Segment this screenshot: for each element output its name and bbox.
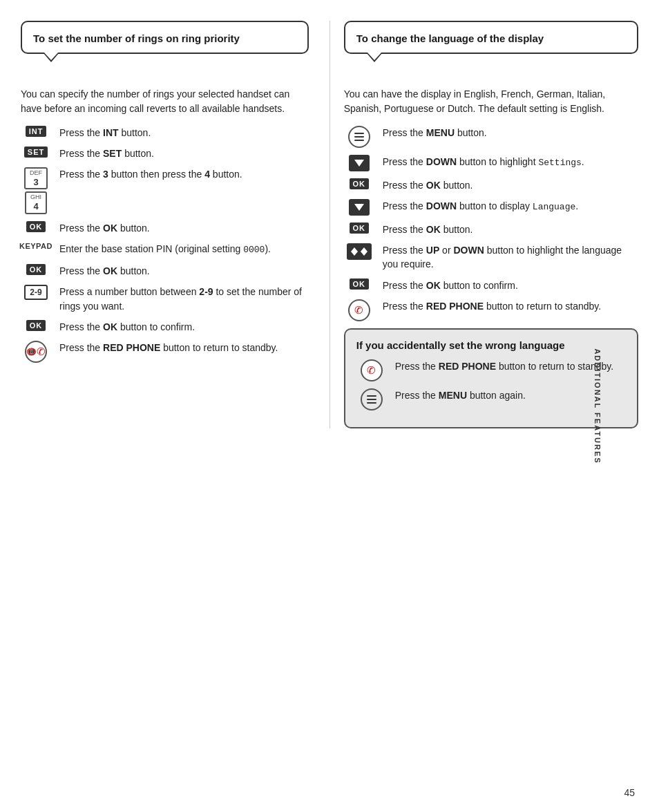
hl-redphone-glyph: ✆ [367, 364, 376, 377]
step-menu-1-text: Press the MENU button. [383, 126, 638, 140]
down-settings-icon [344, 155, 374, 171]
menu-line-2 [354, 136, 364, 138]
step-redphone-right-text: Press the RED PHONE button to return to … [383, 299, 638, 313]
int-icon: INT [21, 126, 51, 137]
ghi4-button-icon: GHI 4 [25, 191, 47, 214]
left-intro-text: You can specify the number of rings your… [21, 87, 309, 116]
down-language-svg [354, 202, 365, 212]
step-ok-1-text: Press the OK button. [59, 221, 309, 235]
okr3-button-icon: OK [350, 278, 370, 290]
ok1-button-icon: OK [26, 221, 46, 232]
step-int: INT Press the INT button. [21, 126, 309, 140]
step-redphone-right: ✆ Press the RED PHONE button to return t… [344, 299, 638, 321]
ok3-icon: OK [21, 320, 51, 331]
int-button-icon: INT [26, 126, 47, 137]
updown-icon [344, 243, 374, 260]
redphone-left-icon-circle: 📵 ✆ [25, 341, 47, 363]
step-redphone-left-text: Press the RED PHONE button to return to … [59, 341, 309, 355]
btn29-button-icon: 2-9 [24, 285, 47, 300]
highlight-box-title: If you accidentally set the wrong langua… [356, 339, 626, 351]
step-down-language-text: Press the DOWN button to display Languag… [383, 199, 638, 214]
ok2-icon: OK [21, 264, 51, 275]
sidebar-label: ADDITIONAL FEATURES [593, 348, 601, 464]
down-settings-icon-btn [349, 155, 370, 171]
svg-marker-3 [354, 204, 364, 211]
down-language-icon-btn [349, 199, 370, 216]
ok2-button-icon: OK [26, 264, 46, 275]
step-down-language: Press the DOWN button to display Languag… [344, 199, 638, 216]
ok1-icon: OK [21, 221, 51, 232]
step-keypad-text: Enter the base station PIN (original set… [59, 242, 309, 257]
okr3-icon: OK [344, 278, 374, 290]
step-ok-3: OK Press the OK button to confirm. [21, 320, 309, 334]
column-divider [330, 21, 330, 428]
svg-text:📵: 📵 [28, 348, 36, 357]
step-menu-1: Press the MENU button. [344, 126, 638, 148]
step-ok-r3-text: Press the OK button to confirm. [383, 278, 638, 292]
hl-redphone-icon-circle: ✆ [361, 359, 383, 381]
redphone-left-icon: 📵 ✆ [21, 341, 51, 363]
step-ok-r2: OK Press the OK button. [344, 223, 638, 236]
btn29-icon: 2-9 [21, 285, 51, 300]
step-hl-redphone: ✆ Press the RED PHONE button to return t… [356, 359, 626, 381]
right-intro-text: You can have the display in English, Fre… [344, 87, 638, 116]
step-ok-r1: OK Press the OK button. [344, 178, 638, 192]
menu1-icon-circle [348, 126, 370, 148]
okr2-icon: OK [344, 223, 374, 234]
step-hl-redphone-text: Press the RED PHONE button to return to … [395, 359, 626, 373]
step-ok-r1-text: Press the OK button. [383, 178, 638, 192]
right-section-title: To change the language of the display [356, 32, 626, 46]
step-set-text: Press the SET button. [59, 147, 309, 160]
menu-line-3 [354, 140, 364, 141]
okr1-button-icon: OK [350, 178, 370, 189]
step-hl-menu-text: Press the MENU button again. [395, 388, 626, 402]
step-2-9-text: Press a number button between 2-9 to set… [59, 285, 309, 313]
redphone-right-icon: ✆ [344, 299, 374, 321]
svg-marker-7 [361, 252, 367, 256]
step-3-4: DEF 3 GHI 4 Press the 3 button then pres… [21, 167, 309, 214]
hl-menu-line-2 [367, 399, 376, 400]
step-updown: Press the UP or DOWN button to highlight… [344, 243, 638, 272]
step-ok-r3: OK Press the OK button to confirm. [344, 278, 638, 292]
hl-menu-line-1 [367, 395, 376, 397]
step-keypad: KEYPAD Enter the base station PIN (origi… [21, 242, 309, 257]
step-ok-2-text: Press the OK button. [59, 264, 309, 278]
main-columns: To set the number of rings on ring prior… [21, 21, 638, 428]
keypad-label: KEYPAD [19, 242, 52, 250]
page-number: 45 [624, 787, 635, 798]
page: To set the number of rings on ring prior… [0, 0, 659, 812]
keypad-icon: KEYPAD [21, 242, 51, 250]
redphone-left-svg: 📵 [26, 346, 37, 357]
updown-svg2 [360, 247, 368, 256]
step-redphone-left: 📵 ✆ Press the RED PHONE button to return… [21, 341, 309, 363]
left-section-box: To set the number of rings on ring prior… [21, 21, 309, 54]
step-down-settings-text: Press the DOWN button to highlight Setti… [383, 155, 638, 170]
hl-redphone-icon: ✆ [356, 359, 387, 381]
step-hl-menu: Press the MENU button again. [356, 388, 626, 410]
menu1-icon [344, 126, 374, 148]
updown-icon-btn [347, 243, 372, 260]
def3-icon-group: DEF 3 GHI 4 [21, 167, 51, 214]
hl-menu-line-3 [367, 402, 376, 404]
step-down-settings: Press the DOWN button to highlight Setti… [344, 155, 638, 171]
step-int-text: Press the INT button. [59, 126, 309, 140]
okr2-button-icon: OK [350, 223, 370, 234]
step-ok-1: OK Press the OK button. [21, 221, 309, 235]
svg-marker-5 [351, 252, 358, 256]
down-settings-svg [354, 158, 365, 168]
step-updown-text: Press the UP or DOWN button to highlight… [383, 243, 638, 272]
left-section-title: To set the number of rings on ring prior… [33, 32, 296, 46]
step-ok-2: OK Press the OK button. [21, 264, 309, 278]
step-ok-3-text: Press the OK button to confirm. [59, 320, 309, 334]
okr1-icon: OK [344, 178, 374, 189]
svg-marker-4 [351, 247, 358, 252]
set-button-icon: SET [24, 147, 48, 158]
step-set: SET Press the SET button. [21, 147, 309, 160]
hl-menu-icon [356, 388, 387, 410]
set-icon: SET [21, 147, 51, 158]
ok3-button-icon: OK [26, 320, 46, 331]
redphone-right-glyph: ✆ [354, 304, 363, 317]
right-section-box: To change the language of the display [344, 21, 638, 54]
def3-button-icon: DEF 3 [24, 167, 48, 189]
step-2-9: 2-9 Press a number button between 2-9 to… [21, 285, 309, 313]
